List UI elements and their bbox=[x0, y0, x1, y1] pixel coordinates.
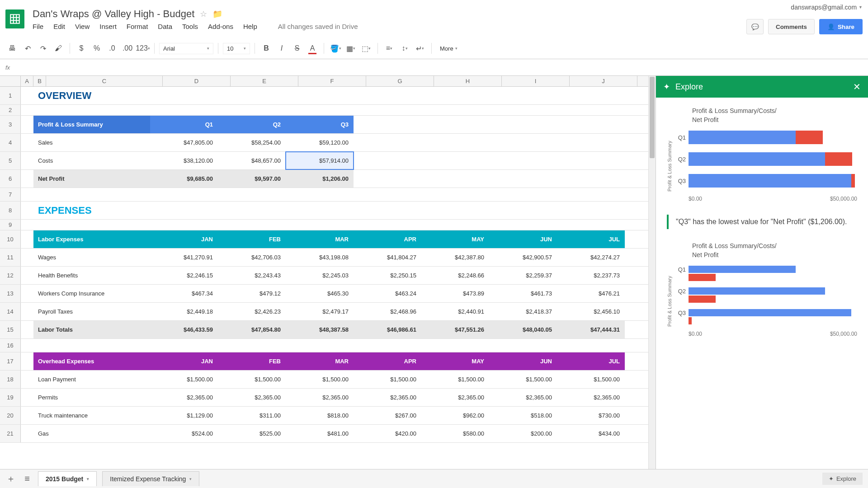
text-color-icon[interactable]: A bbox=[306, 42, 319, 55]
comments-button[interactable]: Comments bbox=[768, 19, 815, 34]
labor-row-label[interactable]: Health Benefits bbox=[33, 267, 150, 284]
overhead-value[interactable]: $311.00 bbox=[218, 407, 286, 424]
font-size-select[interactable]: 10▾ bbox=[223, 43, 250, 54]
overhead-value[interactable]: $730.00 bbox=[557, 407, 625, 424]
labor-value[interactable]: $42,387.80 bbox=[421, 249, 489, 266]
pl-quarter[interactable]: Q1 bbox=[150, 116, 218, 133]
labor-value[interactable]: $47,854.80 bbox=[218, 321, 286, 338]
star-icon[interactable]: ☆ bbox=[200, 9, 207, 19]
labor-value[interactable]: $2,449.18 bbox=[150, 303, 218, 320]
overhead-value[interactable]: $1,500.00 bbox=[489, 371, 557, 388]
overhead-value[interactable]: $1,500.00 bbox=[286, 371, 354, 388]
row-header[interactable]: 20 bbox=[0, 407, 21, 424]
labor-header[interactable]: Labor Expenses bbox=[33, 230, 150, 248]
labor-value[interactable]: $48,387.58 bbox=[286, 321, 354, 338]
overhead-month[interactable]: FEB bbox=[218, 352, 286, 370]
overhead-month[interactable]: JUN bbox=[489, 352, 557, 370]
text-wrap-icon[interactable]: ↵▾ bbox=[413, 42, 427, 55]
col-header-h[interactable]: H bbox=[434, 76, 502, 86]
menu-edit[interactable]: Edit bbox=[53, 23, 65, 30]
overhead-row-label[interactable]: Loan Payment bbox=[33, 371, 150, 388]
labor-value[interactable]: $2,418.37 bbox=[489, 303, 557, 320]
col-header-f[interactable]: F bbox=[298, 76, 366, 86]
labor-value[interactable]: $465.30 bbox=[286, 285, 354, 302]
labor-value[interactable]: $2,440.91 bbox=[421, 303, 489, 320]
print-icon[interactable]: 🖶 bbox=[5, 42, 19, 55]
row-header[interactable]: 3 bbox=[0, 116, 21, 133]
overhead-value[interactable]: $818.00 bbox=[286, 407, 354, 424]
overhead-value[interactable]: $2,365.00 bbox=[489, 389, 557, 406]
overhead-month[interactable]: APR bbox=[354, 352, 421, 370]
chat-button[interactable]: 💬 bbox=[746, 19, 764, 34]
fill-color-icon[interactable]: 🪣▾ bbox=[329, 42, 342, 55]
overhead-value[interactable]: $1,500.00 bbox=[557, 371, 625, 388]
row-header[interactable]: 21 bbox=[0, 425, 21, 442]
increase-decimal-icon[interactable]: .00 bbox=[121, 42, 134, 55]
overhead-row-label[interactable]: Gas bbox=[33, 425, 150, 442]
labor-month[interactable]: MAR bbox=[286, 230, 354, 248]
labor-value[interactable]: $2,246.15 bbox=[150, 267, 218, 284]
overhead-value[interactable]: $525.00 bbox=[218, 425, 286, 442]
labor-value[interactable]: $2,259.37 bbox=[489, 267, 557, 284]
vertical-scrollbar[interactable] bbox=[648, 76, 656, 476]
formula-input[interactable] bbox=[18, 62, 863, 73]
labor-value[interactable]: $461.73 bbox=[489, 285, 557, 302]
pl-row-label[interactable]: Costs bbox=[33, 152, 150, 169]
paint-format-icon[interactable]: 🖌 bbox=[52, 42, 65, 55]
overhead-value[interactable]: $1,129.00 bbox=[150, 407, 218, 424]
col-header-g[interactable]: G bbox=[366, 76, 434, 86]
overhead-value[interactable]: $1,500.00 bbox=[354, 371, 421, 388]
labor-value[interactable]: $2,426.23 bbox=[218, 303, 286, 320]
strikethrough-icon[interactable]: S bbox=[290, 42, 304, 55]
labor-month[interactable]: JUN bbox=[489, 230, 557, 248]
overhead-value[interactable]: $524.00 bbox=[150, 425, 218, 442]
labor-value[interactable]: $2,237.73 bbox=[557, 267, 625, 284]
labor-month[interactable]: MAY bbox=[421, 230, 489, 248]
row-header[interactable]: 17 bbox=[0, 352, 21, 370]
section-overview[interactable]: OVERVIEW bbox=[33, 87, 150, 104]
sheets-logo[interactable] bbox=[5, 9, 24, 28]
percent-icon[interactable]: % bbox=[90, 42, 104, 55]
labor-value[interactable]: $2,245.03 bbox=[286, 267, 354, 284]
pl-quarter[interactable]: Q3 bbox=[286, 116, 354, 133]
labor-row-label[interactable]: Labor Totals bbox=[33, 321, 150, 338]
close-icon[interactable]: ✕ bbox=[853, 81, 861, 92]
pl-row-label[interactable]: Sales bbox=[33, 134, 150, 151]
sheet-tab-active[interactable]: 2015 Budget▾ bbox=[38, 471, 97, 486]
add-sheet-button[interactable]: ＋ bbox=[5, 474, 16, 484]
pl-header[interactable]: Profit & Loss Summary bbox=[33, 116, 150, 133]
explore-chart-1[interactable]: Profit & Loss Summary/Costs/ Net Profit … bbox=[667, 107, 857, 202]
labor-value[interactable]: $46,433.59 bbox=[150, 321, 218, 338]
overhead-value[interactable]: $200.00 bbox=[489, 425, 557, 442]
row-header[interactable]: 19 bbox=[0, 389, 21, 406]
pl-value[interactable]: $47,805.00 bbox=[150, 134, 218, 151]
overhead-header[interactable]: Overhead Expenses bbox=[33, 352, 150, 370]
pl-value[interactable]: $59,120.00 bbox=[286, 134, 354, 151]
font-select[interactable]: Arial▾ bbox=[159, 43, 213, 54]
number-format-icon[interactable]: 123▾ bbox=[136, 42, 150, 55]
row-header[interactable]: 16 bbox=[0, 339, 21, 352]
labor-row-label[interactable]: Payroll Taxes bbox=[33, 303, 150, 320]
section-expenses[interactable]: EXPENSES bbox=[33, 202, 150, 219]
labor-value[interactable]: $2,468.96 bbox=[354, 303, 421, 320]
overhead-value[interactable]: $2,365.00 bbox=[557, 389, 625, 406]
labor-value[interactable]: $42,706.03 bbox=[218, 249, 286, 266]
col-header-i[interactable]: I bbox=[502, 76, 570, 86]
labor-month[interactable]: JAN bbox=[150, 230, 218, 248]
pl-value[interactable]: $48,657.00 bbox=[218, 152, 286, 169]
bold-icon[interactable]: B bbox=[259, 42, 273, 55]
col-header-b[interactable]: B bbox=[33, 76, 46, 86]
menu-insert[interactable]: Insert bbox=[99, 23, 117, 30]
labor-value[interactable]: $473.89 bbox=[421, 285, 489, 302]
row-header[interactable]: 5 bbox=[0, 152, 21, 169]
pl-quarter[interactable]: Q2 bbox=[218, 116, 286, 133]
col-header-j[interactable]: J bbox=[570, 76, 637, 86]
row-header[interactable]: 1 bbox=[0, 87, 21, 104]
select-all-corner[interactable] bbox=[0, 76, 21, 86]
overhead-value[interactable]: $1,500.00 bbox=[218, 371, 286, 388]
overhead-value[interactable]: $267.00 bbox=[354, 407, 421, 424]
labor-value[interactable]: $2,243.43 bbox=[218, 267, 286, 284]
pl-row-label[interactable]: Net Profit bbox=[33, 170, 150, 188]
row-header[interactable]: 6 bbox=[0, 170, 21, 188]
overhead-value[interactable]: $434.00 bbox=[557, 425, 625, 442]
